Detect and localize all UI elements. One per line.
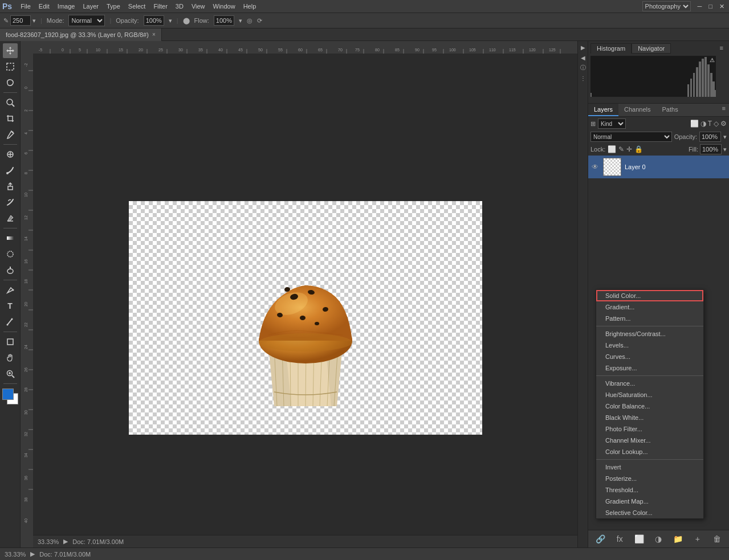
canvas-area[interactable]: -5 0 5 10 15 20 25 30 35 40 45 50 55 60 … [21, 41, 577, 547]
layer-row-0[interactable]: 👁 Layer 0 [588, 156, 729, 178]
dropdown-item-posterize---[interactable]: Posterize... [596, 473, 703, 484]
panel-extra-icon[interactable]: ⋮ [579, 74, 587, 82]
brush-tool[interactable] [3, 163, 18, 178]
dropdown-item-black--white---[interactable]: Black White... [596, 412, 703, 423]
new-layer-btn[interactable]: + [691, 533, 704, 545]
dropdown-item-levels---[interactable]: Levels... [596, 340, 703, 351]
smart-filter-icon[interactable]: ⚙ [720, 120, 727, 128]
close-button[interactable]: ✕ [717, 3, 727, 10]
path-select-tool[interactable] [3, 314, 18, 329]
add-style-btn[interactable]: fx [613, 533, 626, 545]
layer-visibility-0[interactable]: 👁 [592, 163, 598, 171]
eyedropper-tool[interactable] [3, 127, 18, 142]
minimize-button[interactable]: ─ [695, 3, 704, 10]
blur-tool[interactable] [3, 247, 18, 261]
mode-select[interactable]: Normal Dissolve Multiply [68, 15, 105, 26]
dropdown-item-vibrance---[interactable]: Vibrance... [596, 378, 703, 389]
menu-item-edit[interactable]: Edit [35, 2, 54, 11]
menu-item-type[interactable]: Type [103, 2, 124, 11]
file-tab-close[interactable]: × [152, 31, 156, 38]
selection-tool[interactable] [3, 59, 18, 74]
quick-select-tool[interactable] [3, 95, 18, 110]
dropdown-item-threshold---[interactable]: Threshold... [596, 484, 703, 496]
opacity-input[interactable] [699, 132, 721, 142]
dropdown-item-color-balance---[interactable]: Color Balance... [596, 400, 703, 412]
panel-toggle-2[interactable]: ◀ [579, 54, 587, 62]
opacity-input[interactable] [144, 15, 164, 26]
airbrush-icon[interactable]: ⬤ [183, 17, 190, 24]
dropdown-item-brightness-contrast---[interactable]: Brightness/Contrast... [596, 328, 703, 340]
zoom-tool[interactable] [3, 366, 18, 381]
menu-item-view[interactable]: View [188, 2, 209, 11]
dropdown-item-curves---[interactable]: Curves... [596, 351, 703, 362]
dodge-tool[interactable] [3, 263, 18, 277]
dropdown-item-color-lookup---[interactable]: Color Lookup... [596, 446, 703, 457]
panel-toggle-1[interactable]: ▶ [579, 43, 587, 51]
maximize-button[interactable]: □ [706, 3, 715, 10]
status-arrow[interactable]: ▶ [63, 538, 68, 545]
blend-mode-select[interactable]: Normal Multiply Screen Overlay [590, 132, 672, 142]
menu-item-layer[interactable]: Layer [79, 2, 103, 11]
menu-item-help[interactable]: Help [239, 2, 260, 11]
lasso-tool[interactable] [3, 75, 18, 90]
menu-item-window[interactable]: Window [209, 2, 239, 11]
dropdown-item-gradient-map---[interactable]: Gradient Map... [596, 496, 703, 507]
foreground-color-swatch[interactable] [2, 389, 14, 400]
workspace-select[interactable]: Photography [642, 1, 691, 11]
pen-tool[interactable] [3, 283, 18, 297]
file-tab[interactable]: food-823607_1920.jpg @ 33.3% (Layer 0, R… [0, 28, 162, 41]
clone-stamp-tool[interactable] [3, 179, 18, 194]
smoothing-icon[interactable]: ◎ [247, 17, 252, 24]
bottom-arrow[interactable]: ▶ [30, 550, 35, 558]
type-filter-icon[interactable]: T [708, 120, 712, 128]
dropdown-item-selective-color---[interactable]: Selective Color... [596, 507, 703, 518]
tab-channels[interactable]: Channels [618, 104, 656, 116]
dropdown-item-invert[interactable]: Invert [596, 461, 703, 473]
adjustment-filter-icon[interactable]: ◑ [701, 120, 706, 128]
histogram-tab[interactable]: Histogram [590, 43, 632, 54]
eraser-tool[interactable] [3, 211, 18, 226]
menu-item-select[interactable]: Select [124, 2, 150, 11]
crop-tool[interactable] [3, 111, 18, 126]
brush-preset-icon[interactable]: ✎ [3, 17, 9, 24]
new-group-btn[interactable]: 📁 [672, 533, 685, 545]
menu-item-filter[interactable]: Filter [149, 2, 171, 11]
fill-input[interactable] [700, 144, 722, 154]
healing-tool[interactable] [3, 147, 18, 162]
dropdown-item-exposure---[interactable]: Exposure... [596, 362, 703, 374]
opacity-stepper[interactable]: ▾ [169, 17, 172, 24]
lock-pixels-icon[interactable]: ⬜ [608, 145, 616, 153]
layers-kind-select[interactable]: Kind Name Effect [598, 118, 626, 129]
canvas-viewport[interactable] [33, 54, 577, 535]
color-swatches[interactable] [2, 389, 18, 404]
dropdown-item-solid-color---[interactable]: Solid Color... [596, 290, 703, 301]
link-layers-btn[interactable]: 🔗 [594, 533, 606, 545]
shape-tool[interactable] [3, 334, 18, 349]
menu-item-image[interactable]: Image [54, 2, 79, 11]
lock-image-icon[interactable]: ✎ [618, 145, 624, 153]
history-brush-tool[interactable] [3, 195, 18, 210]
histogram-panel-menu[interactable]: ≡ [716, 43, 727, 54]
brush-size-stepper[interactable]: ▾ [32, 17, 36, 24]
lock-all-icon[interactable]: 🔒 [634, 145, 643, 153]
shape-filter-icon[interactable]: ◇ [714, 120, 719, 128]
dropdown-item-pattern---[interactable]: Pattern... [596, 313, 703, 324]
add-mask-btn[interactable]: ⬜ [633, 533, 645, 545]
workspace-selector[interactable]: Photography [642, 1, 691, 11]
flow-input[interactable] [214, 15, 234, 26]
move-tool[interactable] [3, 43, 18, 58]
panel-info-icon[interactable]: ⓘ [579, 64, 587, 72]
opacity-arrow[interactable]: ▾ [723, 133, 727, 141]
tab-layers[interactable]: Layers [588, 104, 618, 116]
text-tool[interactable]: T [3, 299, 18, 313]
angle-icon[interactable]: ⟳ [257, 17, 262, 24]
layers-panel-menu[interactable]: ≡ [719, 104, 729, 116]
menu-item-file[interactable]: File [17, 2, 35, 11]
pixel-filter-icon[interactable]: ⬜ [690, 120, 699, 128]
dropdown-item-photo-filter---[interactable]: Photo Filter... [596, 423, 703, 435]
fill-arrow[interactable]: ▾ [723, 146, 727, 153]
menu-item-3d[interactable]: 3D [172, 2, 188, 11]
tab-paths[interactable]: Paths [657, 104, 684, 116]
delete-layer-btn[interactable]: 🗑 [711, 533, 723, 545]
hand-tool[interactable] [3, 350, 18, 365]
